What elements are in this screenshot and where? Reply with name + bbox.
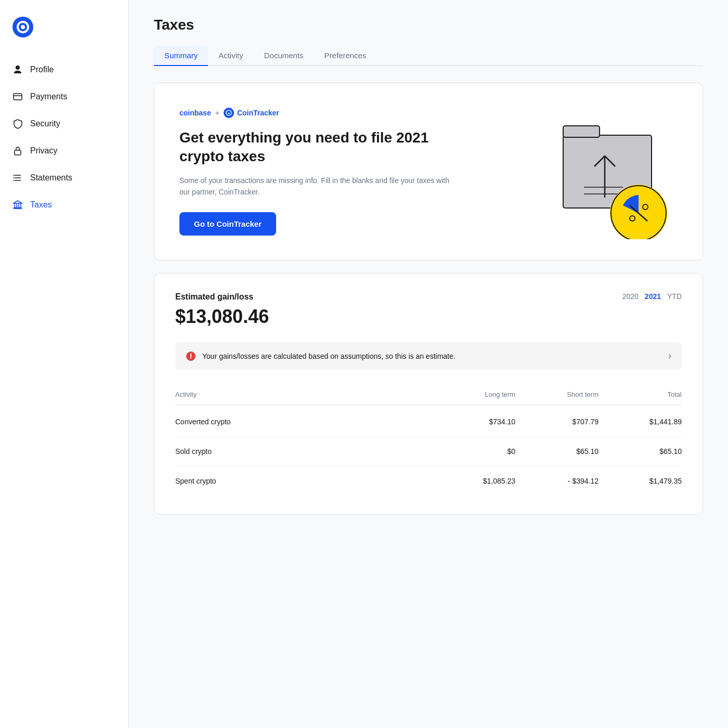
sidebar-item-payments[interactable]: Payments	[0, 83, 128, 110]
cointracker-label: CoinTracker	[237, 109, 279, 117]
sidebar-item-profile-label: Profile	[30, 65, 54, 74]
card-icon	[12, 92, 23, 102]
person-icon	[12, 64, 23, 75]
row1-total: $1,441.89	[599, 418, 682, 426]
sidebar: Profile Payments Security	[0, 0, 129, 728]
sidebar-item-taxes-label: Taxes	[30, 200, 52, 210]
go-to-cointracker-button[interactable]: Go to CoinTracker	[179, 212, 276, 236]
year-ytd-button[interactable]: YTD	[667, 292, 682, 301]
row1-activity: Converted crypto	[175, 418, 432, 426]
sidebar-item-taxes[interactable]: Taxes	[0, 191, 128, 218]
table-row: Sold crypto $0 $65.10 $65.10	[175, 437, 682, 466]
promo-logo-row: coinbase + CoinTracker	[179, 108, 450, 118]
sidebar-item-statements-label: Statements	[30, 173, 72, 183]
svg-point-1	[21, 25, 25, 29]
sidebar-item-privacy-label: Privacy	[30, 146, 57, 155]
promo-title: Get everything you need to file 2021 cry…	[179, 128, 450, 166]
table-row: Converted crypto $734.10 $707.79 $1,441.…	[175, 407, 682, 437]
row1-longterm: $734.10	[432, 418, 515, 426]
tab-preferences[interactable]: Preferences	[314, 46, 377, 66]
tabs-nav: Summary Activity Documents Preferences	[154, 46, 703, 66]
row3-total: $1,479.35	[599, 477, 682, 485]
plus-separator: +	[215, 109, 219, 117]
col-header-activity: Activity	[175, 391, 432, 398]
coinbase-logo-icon	[12, 17, 33, 37]
svg-point-8	[14, 175, 15, 176]
svg-point-31	[190, 357, 191, 358]
page-title: Taxes	[154, 17, 703, 33]
sidebar-nav: Profile Payments Security	[0, 56, 128, 218]
year-selector: 2020 2021 YTD	[622, 292, 682, 301]
svg-rect-2	[14, 94, 22, 100]
sidebar-item-security-label: Security	[30, 119, 60, 128]
tax-illustration-svg	[532, 104, 678, 239]
row2-longterm: $0	[432, 447, 515, 456]
bank-icon	[12, 200, 23, 210]
gainloss-card: Estimated gain/loss 2020 2021 YTD $13,08…	[154, 273, 703, 515]
sidebar-logo	[0, 12, 128, 56]
promo-content: coinbase + CoinTracker Get everything yo…	[179, 108, 450, 236]
warning-icon	[186, 351, 196, 361]
row2-shortterm: $65.10	[515, 447, 599, 456]
promo-illustration	[532, 104, 678, 239]
gainloss-title: Estimated gain/loss	[175, 292, 253, 302]
sidebar-item-profile[interactable]: Profile	[0, 56, 128, 83]
row1-shortterm: $707.79	[515, 418, 599, 426]
shield-icon	[12, 119, 23, 129]
svg-rect-20	[563, 126, 600, 137]
svg-point-9	[14, 177, 15, 178]
promo-card: coinbase + CoinTracker Get everything yo…	[154, 83, 703, 261]
row3-activity: Spent crypto	[175, 477, 432, 485]
col-header-total: Total	[599, 391, 682, 398]
alert-message: Your gains/losses are calculated based o…	[202, 352, 456, 360]
year-2021-button[interactable]: 2021	[645, 292, 661, 301]
row3-longterm: $1,085.23	[432, 477, 515, 485]
gainloss-amount: $13,080.46	[175, 306, 682, 328]
main-content: Taxes Summary Activity Documents Prefere…	[129, 0, 728, 728]
cointracker-icon	[224, 108, 234, 118]
table-row: Spent crypto $1,085.23 - $394.12 $1,479.…	[175, 466, 682, 496]
row2-activity: Sold crypto	[175, 447, 432, 456]
sidebar-item-privacy[interactable]: Privacy	[0, 137, 128, 164]
lock-icon	[12, 146, 23, 156]
row3-shortterm: - $394.12	[515, 477, 599, 485]
col-header-shortterm: Short term	[515, 391, 599, 398]
year-2020-button[interactable]: 2020	[622, 292, 639, 301]
table-header: Activity Long term Short term Total	[175, 386, 682, 405]
gainloss-header: Estimated gain/loss 2020 2021 YTD	[175, 292, 682, 302]
sidebar-item-security[interactable]: Security	[0, 110, 128, 137]
svg-rect-4	[15, 150, 21, 155]
tab-documents[interactable]: Documents	[254, 46, 314, 66]
alert-content: Your gains/losses are calculated based o…	[186, 351, 456, 361]
col-header-longterm: Long term	[432, 391, 515, 398]
list-icon	[12, 173, 23, 183]
cointracker-logo: CoinTracker	[224, 108, 279, 118]
promo-description: Some of your transactions are missing in…	[179, 175, 450, 198]
sidebar-item-statements[interactable]: Statements	[0, 164, 128, 191]
row2-total: $65.10	[599, 447, 682, 456]
sidebar-item-payments-label: Payments	[30, 92, 67, 101]
svg-marker-11	[14, 201, 22, 203]
alert-chevron-icon: ›	[668, 350, 671, 361]
alert-banner[interactable]: Your gains/losses are calculated based o…	[175, 342, 682, 370]
svg-point-10	[14, 180, 15, 181]
tab-summary[interactable]: Summary	[154, 46, 208, 66]
tab-activity[interactable]: Activity	[208, 46, 254, 66]
coinbase-wordmark: coinbase	[179, 109, 211, 117]
